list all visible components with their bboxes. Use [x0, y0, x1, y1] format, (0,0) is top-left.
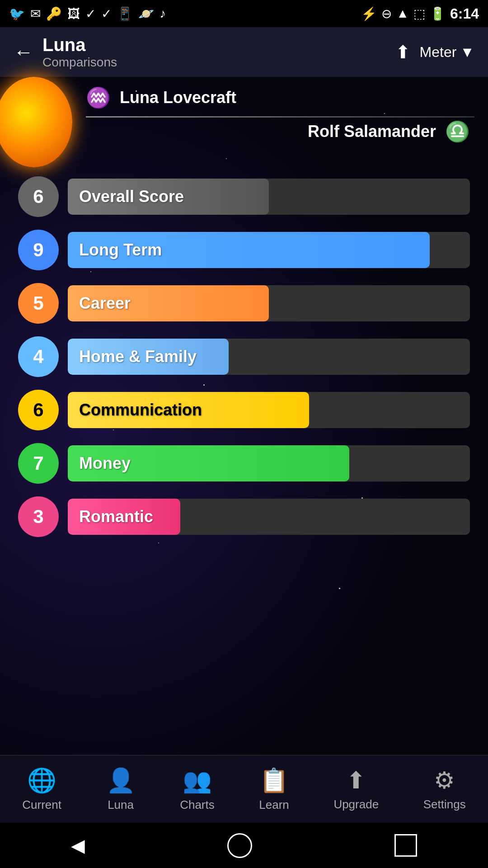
libra-icon: ♎ [445, 120, 470, 143]
scores-container: 6 Overall Score 9 Long Term 5 Career [0, 167, 488, 546]
score-label-career: Career [79, 294, 131, 313]
header-actions: ⬆ Meter ▼ [395, 42, 474, 62]
score-bar-fill-communication: Communication [68, 392, 309, 428]
recents-button[interactable] [394, 834, 417, 857]
score-value-communication: 6 [33, 399, 43, 421]
status-icons-left: 🐦 ✉ 🔑 🖼 ✓ ✓ 📱 🪐 ♪ [9, 6, 166, 21]
score-badge-longterm: 9 [18, 230, 59, 270]
image-icon: 🖼 [67, 6, 80, 21]
nav-item-charts[interactable]: 👥 Charts [180, 767, 215, 812]
person-icon: 👤 [106, 767, 136, 794]
score-label-communication: Communication [79, 401, 202, 420]
score-value-career: 5 [33, 292, 43, 314]
score-label-romantic: Romantic [79, 507, 153, 526]
score-badge-money: 7 [18, 443, 59, 484]
bluetooth-icon: ⚡ [361, 6, 377, 21]
score-bar-money: Money [68, 445, 470, 481]
nav-item-luna[interactable]: 👤 Luna [106, 767, 136, 812]
settings-icon: ⚙ [434, 767, 455, 794]
check-icon: ✓ [85, 6, 96, 21]
score-value-money: 7 [33, 453, 43, 474]
score-row-longterm[interactable]: 9 Long Term [18, 230, 470, 270]
nav-label-settings: Settings [423, 797, 466, 811]
status-bar: 🐦 ✉ 🔑 🖼 ✓ ✓ 📱 🪐 ♪ ⚡ ⊖ ▲ ⬚ 🔋 6:14 [0, 0, 488, 27]
score-badge-career: 5 [18, 283, 59, 324]
nav-item-upgrade[interactable]: ⬆ Upgrade [333, 767, 379, 811]
score-bar-romantic: Romantic [68, 499, 470, 535]
back-button[interactable]: ← [14, 41, 33, 63]
score-label-money: Money [79, 454, 131, 473]
nav-label-current: Current [22, 798, 61, 812]
nav-item-learn[interactable]: 📋 Learn [259, 767, 289, 812]
score-value-longterm: 9 [33, 239, 43, 261]
meter-label: Meter [420, 44, 457, 61]
charts-icon: 👥 [183, 767, 212, 794]
home-button[interactable] [227, 833, 252, 858]
score-badge-home: 4 [18, 336, 59, 377]
wifi-icon: ▲ [396, 6, 409, 21]
status-icons-right: ⚡ ⊖ ▲ ⬚ 🔋 6:14 [361, 5, 479, 22]
status-time: 6:14 [450, 5, 479, 22]
minus-circle-icon: ⊖ [381, 6, 392, 21]
score-bar-overall: Overall Score [68, 179, 470, 215]
planet-icon: 🪐 [138, 6, 154, 21]
score-label-longterm: Long Term [79, 241, 162, 259]
score-bar-fill-career: Career [68, 285, 269, 321]
header-title-block: Luna Comparisons [42, 35, 386, 70]
score-bar-fill-overall: Overall Score [68, 179, 269, 215]
check2-icon: ✓ [101, 6, 112, 21]
header: ← Luna Comparisons ⬆ Meter ▼ [0, 27, 488, 77]
person2-row: Rolf Salamander ♎ [14, 120, 474, 143]
score-badge-communication: 6 [18, 390, 59, 430]
score-bar-career: Career [68, 285, 470, 321]
score-value-home: 4 [33, 346, 43, 368]
score-row-communication[interactable]: 6 Communication [18, 390, 470, 430]
score-bar-longterm: Long Term [68, 232, 470, 268]
no-sim-icon: ⬚ [413, 6, 425, 21]
dropdown-arrow-icon: ▼ [460, 44, 474, 61]
meter-dropdown[interactable]: Meter ▼ [420, 44, 474, 61]
score-row-career[interactable]: 5 Career [18, 283, 470, 324]
app-title: Luna [42, 35, 386, 55]
nav-label-learn: Learn [259, 798, 289, 812]
score-value-overall: 6 [33, 186, 43, 208]
person2-name: Rolf Salamander [308, 122, 436, 141]
score-bar-home: Home & Family [68, 339, 470, 375]
score-bar-fill-romantic: Romantic [68, 499, 180, 535]
nav-item-settings[interactable]: ⚙ Settings [423, 767, 466, 811]
score-label-overall: Overall Score [79, 187, 184, 206]
profile-area: ♒ Luna Lovecraft Rolf Salamander ♎ [0, 77, 488, 167]
globe-icon: 🌐 [27, 767, 56, 794]
nav-label-charts: Charts [180, 798, 215, 812]
phone-icon: 📱 [117, 6, 133, 21]
music-icon: ♪ [160, 6, 166, 21]
twitter-icon: 🐦 [9, 6, 25, 21]
score-row-money[interactable]: 7 Money [18, 443, 470, 484]
system-nav: ◀ [0, 823, 488, 868]
aquarius-icon: ♒ [86, 86, 111, 109]
score-bar-fill-longterm: Long Term [68, 232, 430, 268]
back-system-button[interactable]: ◀ [71, 835, 85, 856]
upgrade-icon: ⬆ [346, 767, 366, 794]
score-value-romantic: 3 [33, 506, 43, 528]
score-label-home: Home & Family [79, 347, 197, 366]
score-row-overall[interactable]: 6 Overall Score [18, 176, 470, 217]
divider-line [86, 116, 474, 118]
share-button[interactable]: ⬆ [395, 42, 411, 62]
learn-icon: 📋 [259, 767, 289, 794]
score-bar-fill-money: Money [68, 445, 349, 481]
score-badge-overall: 6 [18, 176, 59, 217]
score-bar-fill-home: Home & Family [68, 339, 229, 375]
nav-item-current[interactable]: 🌐 Current [22, 767, 61, 812]
score-row-home[interactable]: 4 Home & Family [18, 336, 470, 377]
nav-label-luna: Luna [108, 798, 134, 812]
app-subtitle: Comparisons [42, 55, 386, 70]
nav-label-upgrade: Upgrade [333, 797, 379, 811]
score-badge-romantic: 3 [18, 496, 59, 537]
key-icon: 🔑 [46, 6, 62, 21]
score-bar-communication: Communication [68, 392, 470, 428]
person1-row: ♒ Luna Lovecraft [86, 86, 474, 109]
score-row-romantic[interactable]: 3 Romantic [18, 496, 470, 537]
bottom-nav: 🌐 Current 👤 Luna 👥 Charts 📋 Learn ⬆ Upgr… [0, 755, 488, 823]
person1-name: Luna Lovecraft [120, 88, 236, 107]
